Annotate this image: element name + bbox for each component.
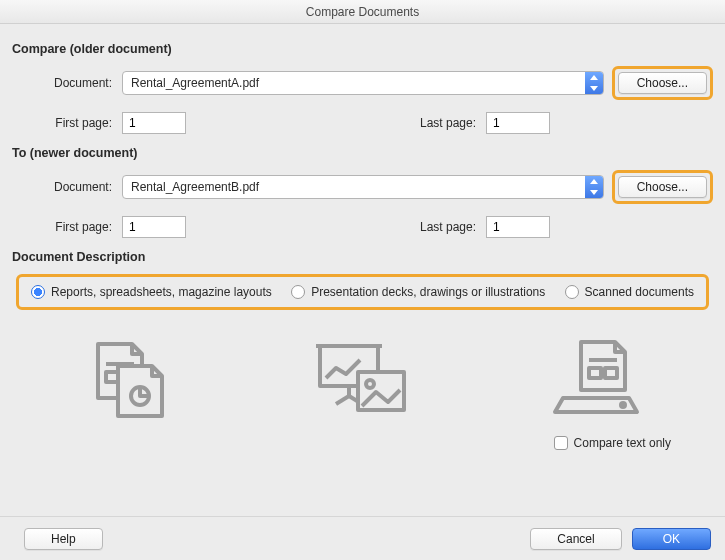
svg-line-11 bbox=[336, 396, 349, 404]
description-heading: Document Description bbox=[12, 250, 713, 264]
svg-point-18 bbox=[621, 403, 625, 407]
svg-marker-3 bbox=[590, 190, 598, 195]
scanned-documents-icon bbox=[553, 338, 643, 418]
svg-rect-16 bbox=[589, 368, 601, 378]
description-icons-row bbox=[12, 328, 713, 428]
cancel-button[interactable]: Cancel bbox=[530, 528, 621, 550]
reports-documents-icon bbox=[82, 338, 172, 418]
older-first-page-label: First page: bbox=[12, 116, 122, 130]
older-first-page-input[interactable] bbox=[122, 112, 186, 134]
newer-document-label: Document: bbox=[12, 180, 122, 194]
ok-button[interactable]: OK bbox=[632, 528, 711, 550]
older-document-row: Document: Rental_AgreementA.pdf Choose..… bbox=[12, 66, 713, 100]
newer-heading: To (newer document) bbox=[12, 146, 713, 160]
dialog-title: Compare Documents bbox=[306, 5, 419, 19]
newer-choose-highlight: Choose... bbox=[612, 170, 713, 204]
newer-first-page-input[interactable] bbox=[122, 216, 186, 238]
radio-label-reports: Reports, spreadsheets, magazine layouts bbox=[51, 285, 272, 299]
newer-first-page-label: First page: bbox=[12, 220, 122, 234]
older-document-value: Rental_AgreementA.pdf bbox=[123, 76, 585, 90]
radio-option-reports[interactable]: Reports, spreadsheets, magazine layouts bbox=[31, 285, 272, 299]
newer-last-page-label: Last page: bbox=[396, 220, 486, 234]
older-document-select[interactable]: Rental_AgreementA.pdf bbox=[122, 71, 604, 95]
older-last-page-label: Last page: bbox=[396, 116, 486, 130]
older-choose-button[interactable]: Choose... bbox=[618, 72, 707, 94]
compare-text-only-checkbox[interactable] bbox=[554, 436, 568, 450]
newer-document-value: Rental_AgreementB.pdf bbox=[123, 180, 585, 194]
select-stepper-icon bbox=[585, 176, 603, 198]
radio-icon bbox=[291, 285, 305, 299]
svg-marker-1 bbox=[590, 86, 598, 91]
description-radio-group: Reports, spreadsheets, magazine layouts … bbox=[16, 274, 709, 310]
radio-icon bbox=[565, 285, 579, 299]
dialog-titlebar: Compare Documents bbox=[0, 0, 725, 24]
compare-text-only-row: Compare text only bbox=[12, 436, 713, 450]
older-last-page-input[interactable] bbox=[486, 112, 550, 134]
radio-label-scanned: Scanned documents bbox=[585, 285, 694, 299]
svg-marker-0 bbox=[590, 75, 598, 80]
presentation-drawings-icon bbox=[312, 338, 412, 418]
help-button[interactable]: Help bbox=[24, 528, 103, 550]
svg-marker-2 bbox=[590, 179, 598, 184]
older-choose-highlight: Choose... bbox=[612, 66, 713, 100]
compare-text-only-label: Compare text only bbox=[574, 436, 671, 450]
dialog-footer: Help Cancel OK bbox=[0, 516, 725, 560]
older-document-label: Document: bbox=[12, 76, 122, 90]
newer-last-page-input[interactable] bbox=[486, 216, 550, 238]
radio-label-decks: Presentation decks, drawings or illustra… bbox=[311, 285, 545, 299]
radio-option-decks[interactable]: Presentation decks, drawings or illustra… bbox=[291, 285, 545, 299]
newer-document-row: Document: Rental_AgreementB.pdf Choose..… bbox=[12, 170, 713, 204]
older-heading: Compare (older document) bbox=[12, 42, 713, 56]
svg-rect-17 bbox=[605, 368, 617, 378]
newer-pages-row: First page: Last page: bbox=[12, 216, 713, 238]
older-pages-row: First page: Last page: bbox=[12, 112, 713, 134]
newer-document-select[interactable]: Rental_AgreementB.pdf bbox=[122, 175, 604, 199]
select-stepper-icon bbox=[585, 72, 603, 94]
newer-choose-button[interactable]: Choose... bbox=[618, 176, 707, 198]
radio-icon bbox=[31, 285, 45, 299]
radio-option-scanned[interactable]: Scanned documents bbox=[565, 285, 694, 299]
